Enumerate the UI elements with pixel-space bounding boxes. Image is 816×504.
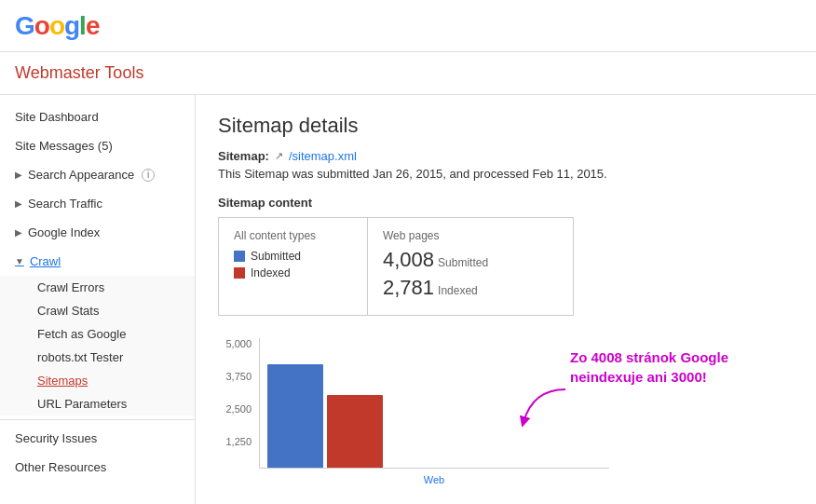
sidebar-item-search-traffic[interactable]: ▶ Search Traffic bbox=[0, 189, 195, 218]
info-icon: i bbox=[142, 169, 155, 182]
sidebar-divider bbox=[0, 419, 195, 420]
y-label-5000: 5,000 bbox=[225, 338, 252, 349]
page-title: Sitemap details bbox=[218, 114, 794, 138]
empty-col bbox=[517, 218, 573, 315]
app-title-bar: Webmaster Tools bbox=[0, 52, 816, 95]
chart-y-labels: 5,000 3,750 2,500 1,250 bbox=[218, 338, 255, 469]
sidebar-item-sitemaps[interactable]: Sitemaps bbox=[30, 369, 195, 392]
sidebar-item-fetch-as-google[interactable]: Fetch as Google bbox=[30, 322, 195, 346]
sidebar-item-crawl-stats[interactable]: Crawl Stats bbox=[30, 299, 195, 322]
indexed-color-box bbox=[234, 267, 245, 279]
sidebar-item-crawl-errors[interactable]: Crawl Errors bbox=[30, 276, 195, 299]
web-pages-header: Web pages bbox=[383, 229, 502, 242]
submitted-color-box bbox=[234, 251, 245, 262]
chevron-right-icon: ▶ bbox=[15, 227, 22, 238]
sidebar-item-site-messages[interactable]: Site Messages (5) bbox=[0, 131, 195, 160]
web-pages-col: Web pages 4,008 Submitted 2,781 Indexed bbox=[368, 218, 517, 315]
sitemap-url-link[interactable]: /sitemap.xml bbox=[289, 149, 357, 163]
main-layout: Site Dashboard Site Messages (5) ▶ Searc… bbox=[0, 95, 816, 504]
sidebar-item-site-dashboard[interactable]: Site Dashboard bbox=[0, 102, 195, 131]
legend-indexed: Indexed bbox=[234, 266, 352, 279]
annotation-arrow bbox=[514, 385, 570, 431]
sidebar: Site Dashboard Site Messages (5) ▶ Searc… bbox=[0, 95, 196, 504]
chart-area: 5,000 3,750 2,500 1,250 Web bbox=[218, 338, 794, 487]
submitted-stat-row: 4,008 Submitted bbox=[383, 248, 502, 272]
indexed-count: 2,781 bbox=[383, 276, 434, 300]
all-content-types-header: All content types bbox=[234, 229, 352, 242]
sitemap-url-row: Sitemap: ↗ /sitemap.xml bbox=[218, 149, 794, 163]
sidebar-item-google-index[interactable]: ▶ Google Index bbox=[0, 218, 195, 247]
header: Google bbox=[0, 0, 816, 52]
chevron-down-icon: ▼ bbox=[15, 256, 24, 266]
bar-indexed bbox=[327, 395, 383, 468]
chart-x-label: Web bbox=[259, 474, 609, 485]
content-section-title: Sitemap content bbox=[218, 196, 794, 210]
y-label-3750: 3,750 bbox=[225, 371, 252, 382]
submitted-stat-label: Submitted bbox=[438, 256, 488, 269]
indexed-stat-row: 2,781 Indexed bbox=[383, 276, 502, 300]
all-content-types-col: All content types Submitted Indexed bbox=[219, 218, 368, 315]
crawl-submenu: Crawl Errors Crawl Stats Fetch as Google… bbox=[0, 276, 195, 415]
sidebar-item-security-issues[interactable]: Security Issues bbox=[0, 424, 195, 453]
google-logo: Google bbox=[15, 11, 99, 41]
sidebar-item-crawl[interactable]: ▼ Crawl bbox=[0, 247, 195, 276]
y-label-1250: 1,250 bbox=[225, 436, 252, 447]
main-content: Sitemap details Sitemap: ↗ /sitemap.xml … bbox=[196, 95, 816, 504]
app-title-link[interactable]: Webmaster Tools bbox=[15, 63, 143, 82]
y-label-2500: 2,500 bbox=[225, 403, 252, 415]
sidebar-item-other-resources[interactable]: Other Resources bbox=[0, 453, 195, 482]
chart-annotation: Zo 4008 stránok Google neindexuje ani 30… bbox=[570, 347, 775, 387]
chevron-right-icon: ▶ bbox=[15, 170, 22, 180]
sitemap-label: Sitemap: bbox=[218, 149, 269, 163]
sidebar-item-url-parameters[interactable]: URL Parameters bbox=[30, 392, 195, 415]
chevron-right-icon: ▶ bbox=[15, 198, 22, 209]
sidebar-item-search-appearance[interactable]: ▶ Search Appearance i bbox=[0, 160, 195, 189]
indexed-legend-label: Indexed bbox=[251, 266, 291, 279]
submitted-text: This Sitemap was submitted Jan 26, 2015,… bbox=[218, 167, 794, 181]
submitted-legend-label: Submitted bbox=[251, 250, 301, 263]
bar-submitted bbox=[267, 364, 323, 468]
content-table: All content types Submitted Indexed Web … bbox=[218, 217, 574, 316]
external-link-icon: ↗ bbox=[275, 150, 283, 162]
sidebar-item-robots-txt[interactable]: robots.txt Tester bbox=[30, 346, 195, 369]
legend-submitted: Submitted bbox=[234, 250, 352, 263]
submitted-count: 4,008 bbox=[383, 248, 434, 272]
annotation-text: Zo 4008 stránok Google neindexuje ani 30… bbox=[570, 349, 728, 385]
indexed-stat-label: Indexed bbox=[438, 284, 478, 297]
